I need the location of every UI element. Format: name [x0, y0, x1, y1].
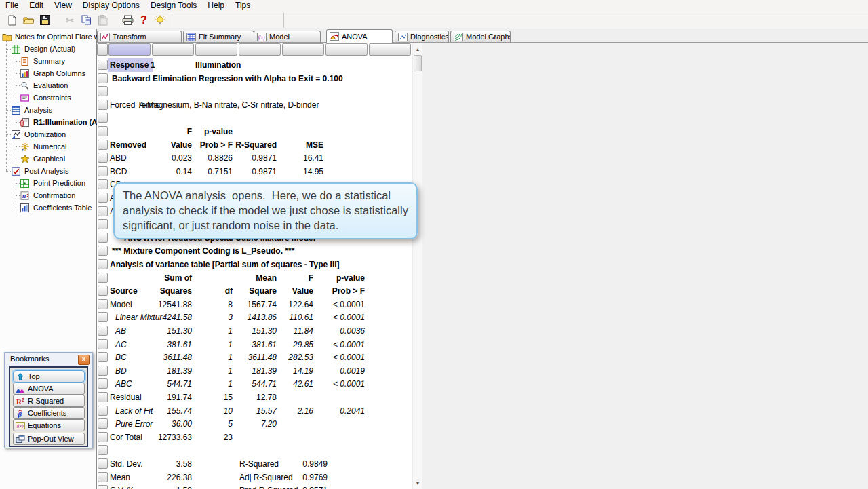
report-cell: 151.30: [124, 324, 192, 338]
sidebar-item-design-actual[interactable]: Design (Actual): [0, 43, 107, 55]
bookmark-label: Coefficients: [28, 409, 66, 417]
save-icon[interactable]: [37, 14, 53, 27]
grid-row-header[interactable]: [98, 352, 108, 362]
sidebar-item-label: Notes for Optimal Flare wit: [15, 33, 98, 41]
report-cell: Prob > F: [283, 284, 365, 298]
bookmark-button-top[interactable]: Top: [13, 370, 85, 383]
close-icon[interactable]: x: [78, 355, 90, 365]
help-icon[interactable]: ?: [136, 14, 152, 27]
grid-row-header[interactable]: [98, 100, 108, 110]
svg-text:f(x): f(x): [258, 34, 265, 40]
grid-row-header[interactable]: [98, 166, 108, 176]
menu-item-tips[interactable]: Tips: [230, 0, 256, 12]
report-cell: 7.20: [223, 417, 277, 431]
report-cell: Squares: [124, 284, 192, 298]
menu-item-file[interactable]: File: [0, 0, 24, 12]
copy-icon[interactable]: [78, 14, 94, 27]
tab-fit-summary[interactable]: Fit Summary: [183, 31, 254, 42]
grid-row-header[interactable]: [98, 312, 108, 322]
sidebar-item-analysis[interactable]: Analysis: [0, 104, 107, 116]
sidebar-item-notes-for-optimal-flare-wit[interactable]: Notes for Optimal Flare wit: [0, 31, 98, 43]
grid-row-header[interactable]: [98, 485, 108, 489]
scroll-up-arrow-icon[interactable]: ▲: [414, 45, 422, 54]
grid-row-header[interactable]: [98, 366, 108, 376]
grid-row-header[interactable]: [98, 299, 108, 309]
report-cell: 155.74: [124, 404, 192, 418]
sidebar-item-post-analysis[interactable]: Post Analysis: [0, 165, 107, 177]
open-folder-icon[interactable]: [20, 14, 37, 27]
grid-row-header[interactable]: [98, 219, 108, 229]
grid-column-header[interactable]: [282, 43, 324, 56]
grid-row-header[interactable]: [98, 339, 108, 349]
transform-icon: [100, 33, 110, 41]
grid-row-header[interactable]: [98, 472, 108, 482]
report-cell: 0.9571: [260, 484, 328, 489]
bookmark-button-equations[interactable]: f(x)Equations: [13, 419, 85, 431]
tab-model-graphs[interactable]: Model Graphs: [450, 31, 511, 42]
grid-column-header[interactable]: [195, 43, 237, 56]
menu-item-display-options[interactable]: Display Options: [77, 0, 145, 12]
bookmark-button-pop-out-view[interactable]: Pop-Out View: [13, 433, 85, 445]
analysis-icon: [12, 105, 22, 115]
toolbar-separator: [283, 13, 284, 28]
grid-column-header[interactable]: [239, 43, 281, 56]
grid-row-header[interactable]: [98, 445, 108, 455]
grid-row-header[interactable]: [98, 326, 108, 336]
menu-item-view[interactable]: View: [49, 0, 77, 12]
report-cell: 0.14: [124, 165, 192, 178]
grid-row-header[interactable]: [98, 246, 108, 256]
report-cell: Illumination: [195, 58, 241, 72]
grid-row-header[interactable]: [98, 273, 108, 283]
sidebar-item-label: Numerical: [33, 142, 67, 151]
scrollbar-thumb[interactable]: [414, 55, 422, 71]
grid-row-header[interactable]: [98, 286, 108, 296]
print-icon[interactable]: [119, 14, 136, 27]
grid-row-header[interactable]: [98, 153, 108, 163]
tips-bulb-icon[interactable]: [152, 14, 168, 27]
grid-column-header[interactable]: [369, 43, 411, 56]
report-cell: 14.95: [269, 165, 323, 178]
bookmark-button-r-squared[interactable]: R2R-Squared: [13, 395, 85, 407]
bookmark-button-anova[interactable]: ANOVA: [13, 383, 85, 395]
report-cell: 0.023: [124, 151, 192, 165]
bookmark-button-coefficients[interactable]: βCoefficients: [13, 407, 85, 419]
sidebar-item-optimization[interactable]: Optimization: [0, 128, 107, 140]
menu-item-design-tools[interactable]: Design Tools: [145, 0, 202, 12]
grid-row-header[interactable]: [98, 206, 108, 216]
grid-column-header-selected[interactable]: [108, 43, 151, 56]
grid-row-header[interactable]: [98, 73, 108, 83]
grid-row-header[interactable]: [98, 86, 108, 96]
grid-row-header[interactable]: [98, 193, 108, 203]
menu-item-help[interactable]: Help: [202, 0, 230, 12]
eval-icon: [20, 81, 31, 90]
grid-row-header[interactable]: [98, 126, 108, 136]
menu-item-edit[interactable]: Edit: [24, 0, 49, 12]
grid-row-header[interactable]: [98, 418, 108, 429]
sidebar-item-label: Constraints: [33, 94, 71, 102]
tab-anova[interactable]: ANOVA: [326, 29, 393, 43]
grid-row-header[interactable]: [98, 458, 108, 469]
summary-icon: [20, 56, 31, 66]
grid-row-header[interactable]: [98, 233, 108, 243]
scroll-down-arrow-icon[interactable]: ▼: [414, 479, 422, 488]
response-icon: [20, 117, 31, 127]
grid-column-header[interactable]: [326, 43, 368, 56]
grid-row-header[interactable]: [98, 378, 108, 389]
tab-diagnostics[interactable]: Diagnostics: [395, 31, 449, 42]
tab-transform[interactable]: Transform: [97, 31, 182, 42]
grid-row-header[interactable]: [98, 179, 108, 189]
grid-row-header[interactable]: [98, 392, 108, 402]
grid-row-header[interactable]: [98, 60, 108, 70]
graphcols-icon: [20, 69, 31, 78]
grid-column-header[interactable]: [152, 43, 194, 56]
grid-row-header[interactable]: [98, 406, 108, 416]
grid-corner-button[interactable]: [97, 43, 108, 56]
grid-row-header[interactable]: [98, 432, 108, 442]
grid-row-header[interactable]: [98, 140, 108, 150]
tab-model[interactable]: f(x)Model: [254, 31, 321, 42]
new-file-icon[interactable]: [4, 14, 20, 27]
vertical-scrollbar[interactable]: ▲ ▼: [412, 43, 422, 489]
grid-row-header[interactable]: [98, 259, 108, 269]
grid-row-header[interactable]: [98, 113, 108, 123]
report-cell: 23: [199, 431, 233, 444]
